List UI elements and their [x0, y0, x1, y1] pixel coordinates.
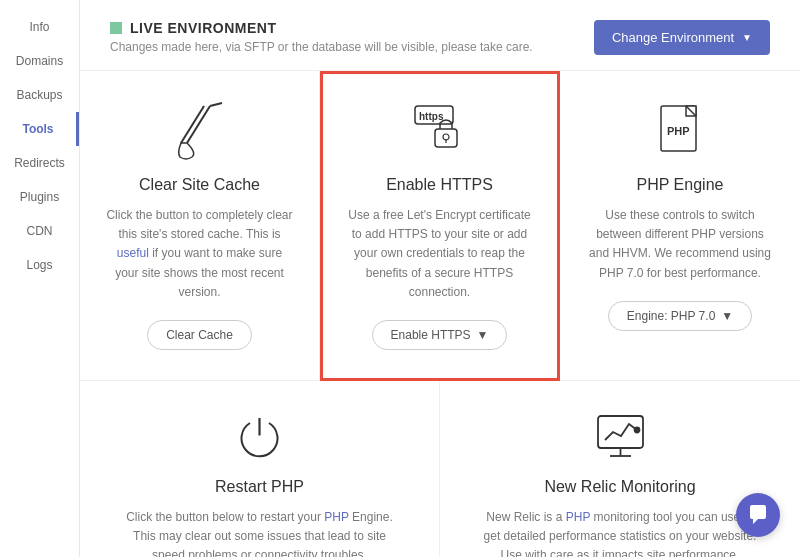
chevron-icon: ▼	[477, 328, 489, 342]
svg-line-0	[187, 106, 210, 143]
sidebar: Info Domains Backups Tools Redirects Plu…	[0, 0, 80, 557]
new-relic-desc: New Relic is a PHP monitoring tool you c…	[480, 508, 760, 557]
sidebar-item-cdn[interactable]: CDN	[0, 214, 79, 248]
change-environment-button[interactable]: Change Environment ▼	[594, 20, 770, 55]
chevron-icon: ▼	[721, 309, 733, 323]
php-engine-icon: PHP	[650, 101, 710, 161]
svg-point-14	[634, 428, 639, 433]
svg-line-2	[210, 103, 222, 106]
restart-php-card: Restart PHP Click the button below to re…	[80, 381, 440, 557]
header-left: LIVE ENVIRONMENT Changes made here, via …	[110, 20, 533, 54]
enable-https-button[interactable]: Enable HTTPS ▼	[372, 320, 508, 350]
sidebar-item-info[interactable]: Info	[0, 10, 79, 44]
svg-rect-5	[435, 129, 457, 147]
env-title: LIVE ENVIRONMENT	[110, 20, 533, 36]
sidebar-item-backups[interactable]: Backups	[0, 78, 79, 112]
clear-cache-icon	[170, 101, 230, 161]
clear-cache-button[interactable]: Clear Cache	[147, 320, 252, 350]
restart-php-title: Restart PHP	[120, 478, 399, 496]
sidebar-item-domains[interactable]: Domains	[0, 44, 79, 78]
chevron-down-icon: ▼	[742, 32, 752, 43]
change-env-label: Change Environment	[612, 30, 734, 45]
php-engine-title: PHP Engine	[585, 176, 775, 194]
clear-cache-card: Clear Site Cache Click the button to com…	[80, 71, 320, 381]
php-engine-btn-label: Engine: PHP 7.0	[627, 309, 716, 323]
restart-php-desc: Click the button below to restart your P…	[120, 508, 399, 557]
page-header: LIVE ENVIRONMENT Changes made here, via …	[80, 0, 800, 71]
php-engine-desc: Use these controls to switch between dif…	[585, 206, 775, 283]
enable-https-desc: Use a free Let's Encrypt certificate to …	[345, 206, 534, 302]
svg-text:PHP: PHP	[667, 125, 690, 137]
bottom-tools-grid: Restart PHP Click the button below to re…	[80, 381, 800, 557]
svg-text:https: https	[419, 111, 444, 122]
clear-cache-btn-label: Clear Cache	[166, 328, 233, 342]
svg-line-1	[181, 106, 204, 143]
tools-grid: Clear Site Cache Click the button to com…	[80, 71, 800, 381]
sidebar-item-tools[interactable]: Tools	[0, 112, 79, 146]
clear-cache-desc: Click the button to completely clear thi…	[105, 206, 294, 302]
restart-php-icon	[230, 406, 290, 466]
php-engine-button[interactable]: Engine: PHP 7.0 ▼	[608, 301, 752, 331]
chat-bubble-button[interactable]	[736, 493, 780, 537]
sidebar-item-plugins[interactable]: Plugins	[0, 180, 79, 214]
main-content: LIVE ENVIRONMENT Changes made here, via …	[80, 0, 800, 557]
sidebar-item-logs[interactable]: Logs	[0, 248, 79, 282]
enable-https-card: https Enable HTTPS Use a free Let's Encr…	[320, 71, 560, 381]
enable-https-icon: https	[410, 101, 470, 161]
new-relic-title: New Relic Monitoring	[480, 478, 760, 496]
live-indicator	[110, 22, 122, 34]
enable-https-title: Enable HTTPS	[345, 176, 534, 194]
clear-cache-title: Clear Site Cache	[105, 176, 294, 194]
enable-https-btn-label: Enable HTTPS	[391, 328, 471, 342]
env-label: LIVE ENVIRONMENT	[130, 20, 276, 36]
sidebar-item-redirects[interactable]: Redirects	[0, 146, 79, 180]
header-subtitle: Changes made here, via SFTP or the datab…	[110, 40, 533, 54]
php-engine-card: PHP PHP Engine Use these controls to swi…	[560, 71, 800, 381]
new-relic-icon	[590, 406, 650, 466]
